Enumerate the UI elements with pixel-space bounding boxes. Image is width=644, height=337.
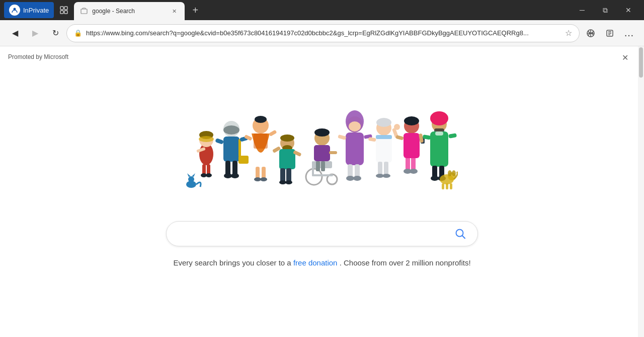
svg-rect-79 <box>378 162 382 176</box>
navigation-bar: ◀ ▶ ↻ 🔒 https://www.bing.com/search?q=go… <box>0 20 644 46</box>
svg-point-22 <box>223 125 239 134</box>
close-button[interactable]: ✕ <box>617 2 640 18</box>
svg-rect-109 <box>446 183 448 189</box>
tab-favicon <box>80 7 88 15</box>
svg-point-15 <box>206 173 212 177</box>
search-box[interactable] <box>166 221 478 246</box>
new-tab-button[interactable]: + <box>188 3 203 18</box>
inprivate-button[interactable]: InPrivate <box>4 2 54 18</box>
forward-button[interactable]: ▶ <box>26 24 44 42</box>
svg-rect-59 <box>316 161 320 171</box>
main-content: Every search brings you closer to a free… <box>0 46 644 337</box>
svg-point-28 <box>224 173 232 178</box>
svg-rect-80 <box>384 162 388 176</box>
svg-rect-99 <box>448 133 457 139</box>
svg-point-77 <box>394 124 400 130</box>
svg-rect-1 <box>60 7 63 10</box>
svg-point-107 <box>452 170 456 176</box>
svg-rect-66 <box>338 134 346 140</box>
nav-right-buttons: … <box>582 24 638 42</box>
svg-point-52 <box>314 128 330 137</box>
search-icon-button[interactable] <box>451 225 469 243</box>
svg-point-11 <box>199 136 214 142</box>
svg-rect-65 <box>346 132 364 165</box>
svg-point-47 <box>279 180 286 184</box>
people-illustration <box>186 104 458 205</box>
tab-close-button[interactable]: ✕ <box>170 7 179 16</box>
promoted-label: Promoted by Microsoft <box>8 53 68 60</box>
svg-point-18 <box>188 176 194 182</box>
svg-point-48 <box>285 180 292 184</box>
svg-rect-108 <box>442 183 444 189</box>
svg-point-39 <box>254 177 261 181</box>
svg-point-64 <box>349 121 361 131</box>
svg-point-43 <box>280 134 294 142</box>
svg-rect-5 <box>81 9 87 14</box>
svg-rect-88 <box>395 135 404 141</box>
hub-button[interactable] <box>582 24 600 42</box>
svg-point-29 <box>231 173 239 178</box>
svg-rect-110 <box>450 183 452 189</box>
svg-rect-25 <box>238 156 249 164</box>
restore-button[interactable]: ⧉ <box>594 2 617 18</box>
collections-button[interactable] <box>601 24 619 42</box>
page-content: Promoted by Microsoft ✕ <box>0 46 644 337</box>
scrollbar-thumb[interactable] <box>639 47 643 78</box>
active-tab[interactable]: google - Search ✕ <box>74 2 185 20</box>
svg-point-94 <box>430 111 448 125</box>
lock-icon: 🔒 <box>74 29 82 37</box>
svg-marker-20 <box>192 173 195 177</box>
svg-rect-36 <box>269 130 277 137</box>
scrollbar[interactable] <box>638 46 644 337</box>
svg-rect-53 <box>314 145 330 161</box>
svg-rect-23 <box>223 137 239 162</box>
svg-rect-57 <box>312 161 314 176</box>
tagline-post: . Choose from over 2 million nonprofits! <box>340 258 471 267</box>
refresh-button[interactable]: ↻ <box>46 24 64 42</box>
tab-title: google - Search <box>92 8 166 15</box>
svg-rect-78 <box>368 137 376 142</box>
svg-rect-34 <box>254 133 268 149</box>
svg-rect-46 <box>286 168 291 182</box>
svg-rect-60 <box>321 161 325 171</box>
tagline-pre: Every search brings you closer to a <box>173 258 291 267</box>
svg-rect-45 <box>280 168 285 182</box>
minimize-button[interactable]: ─ <box>571 2 594 18</box>
svg-marker-19 <box>187 173 191 177</box>
svg-rect-3 <box>60 11 63 14</box>
svg-point-40 <box>260 177 267 181</box>
svg-point-84 <box>404 116 419 125</box>
illustration-container <box>181 101 463 207</box>
svg-rect-58 <box>312 174 333 176</box>
address-text: https://www.bing.com/search?q=google&cvi… <box>86 29 561 37</box>
close-promo-button[interactable]: ✕ <box>618 50 632 64</box>
svg-rect-96 <box>430 131 448 167</box>
tab-switcher-button[interactable] <box>56 2 72 18</box>
svg-rect-24 <box>238 139 241 157</box>
svg-rect-4 <box>64 11 67 14</box>
svg-point-102 <box>431 176 439 181</box>
svg-point-33 <box>255 116 267 123</box>
svg-rect-30 <box>215 138 224 145</box>
favorite-icon[interactable]: ☆ <box>565 28 572 38</box>
svg-point-71 <box>353 176 361 181</box>
svg-rect-75 <box>376 135 392 139</box>
svg-rect-2 <box>64 7 67 10</box>
svg-rect-97 <box>435 131 443 136</box>
search-input[interactable] <box>175 229 451 238</box>
svg-rect-44 <box>279 149 295 169</box>
more-button[interactable]: … <box>620 24 638 42</box>
svg-point-70 <box>346 176 354 181</box>
address-bar[interactable]: 🔒 https://www.bing.com/search?q=google&c… <box>66 24 580 42</box>
svg-rect-85 <box>404 133 420 158</box>
inprivate-label: InPrivate <box>23 7 49 14</box>
svg-point-82 <box>382 174 390 178</box>
svg-point-106 <box>448 170 452 176</box>
svg-point-73 <box>376 118 391 127</box>
tagline: Every search brings you closer to a free… <box>173 258 470 267</box>
svg-rect-74 <box>376 135 392 163</box>
svg-rect-61 <box>329 151 337 154</box>
back-button[interactable]: ◀ <box>6 24 24 42</box>
svg-point-92 <box>410 169 418 174</box>
tagline-link[interactable]: free donation <box>293 258 338 267</box>
